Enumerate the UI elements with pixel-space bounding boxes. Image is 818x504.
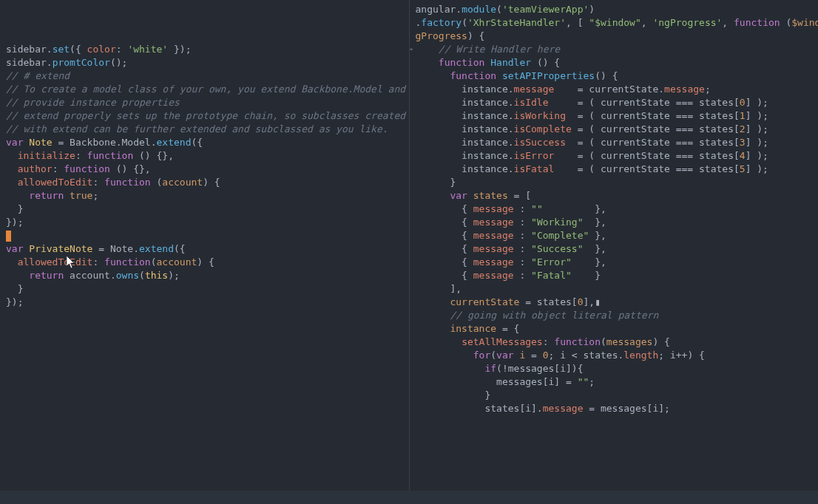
code-line[interactable]: // To create a model class of your own, … xyxy=(6,83,403,96)
token: instance. xyxy=(416,97,514,108)
token xyxy=(416,70,450,81)
token: "" xyxy=(578,376,589,387)
code-line[interactable]: // Write Handler here xyxy=(416,43,813,56)
code-line[interactable]: instance.isIdle = ( currentState === sta… xyxy=(416,96,813,109)
code-line[interactable]: return account.owns(this); xyxy=(6,269,403,282)
code-line[interactable]: instance.isFatal = ( currentState === st… xyxy=(416,163,813,176)
code-line[interactable]: function setAPIProperties() { xyxy=(416,69,813,83)
token: ( xyxy=(601,336,606,347)
code-line[interactable]: ], xyxy=(416,282,813,296)
token: setAPIProperties xyxy=(502,70,595,81)
code-line[interactable]: initialize: function () {}, xyxy=(6,149,403,163)
token: ] ); xyxy=(746,163,768,174)
code-line[interactable]: sidebar.promtColor(); xyxy=(6,56,403,69)
editor-right-pane[interactable]: angular.module('teamViewerApp').factory(… xyxy=(410,0,819,491)
token xyxy=(6,270,29,281)
code-line[interactable]: { message : "" }, xyxy=(416,202,813,216)
token: message xyxy=(514,84,555,95)
token: ] ); xyxy=(746,110,768,121)
code-line[interactable]: } xyxy=(416,389,813,402)
code-line[interactable]: } xyxy=(6,202,403,216)
token: = ( currentState === states[ xyxy=(549,97,740,108)
token xyxy=(416,350,473,361)
code-line[interactable]: states[i].message = messages[i]; xyxy=(416,402,813,415)
token: 'white' xyxy=(127,44,168,55)
code-line[interactable]: // going with object literal pattern xyxy=(416,309,813,322)
token: = ( currentState === states[ xyxy=(554,150,739,161)
code-line[interactable]: messages[i] = ""; xyxy=(416,375,813,389)
code-line[interactable]: instance = { xyxy=(416,322,813,336)
code-line[interactable]: { message : "Fatal" } xyxy=(416,269,813,282)
code-line[interactable]: allowedToEdit: function(account) { xyxy=(6,256,403,269)
token: // provide instance properties xyxy=(6,97,180,108)
code-line[interactable]: instance.isSuccess = ( currentState === … xyxy=(416,136,813,149)
code-line[interactable]: instance.isComplete = ( currentState ===… xyxy=(416,123,813,136)
code-line[interactable]: instance.isError = ( currentState === st… xyxy=(416,149,813,163)
code-line[interactable]: { message : "Success" }, xyxy=(416,242,813,256)
token: : xyxy=(116,44,128,55)
token: instance. xyxy=(416,110,514,121)
token: ); xyxy=(168,270,180,281)
code-line[interactable]: var states = [ xyxy=(416,189,813,202)
code-line[interactable]: return true; xyxy=(6,189,403,202)
token: = ( currentState === states[ xyxy=(554,163,739,174)
code-line[interactable]: .factory('XhrStateHandler', [ "$window",… xyxy=(416,16,813,30)
code-line[interactable]: } xyxy=(6,282,403,296)
token: gProgress xyxy=(416,30,467,41)
token: message xyxy=(473,270,514,281)
token: instance. xyxy=(416,123,514,134)
token: this xyxy=(145,270,168,281)
code-line[interactable]: function Handler () { xyxy=(416,56,813,69)
token: return xyxy=(29,270,64,281)
token: ) xyxy=(589,4,595,15)
token: function xyxy=(450,70,496,81)
code-line[interactable]: { message : "Working" }, xyxy=(416,216,813,229)
code-line[interactable]: instance.message = currentState.message; xyxy=(416,83,813,96)
code-line[interactable]: if(!messages[i]){ xyxy=(416,362,813,375)
code-line[interactable]: } xyxy=(416,176,813,189)
token: // extend properly sets up the prototype… xyxy=(6,110,405,121)
token: }); xyxy=(6,217,23,228)
token: return xyxy=(29,190,64,201)
code-line[interactable]: // with extend can be further extended a… xyxy=(6,123,403,136)
code-line[interactable]: sidebar.set({ color: 'white' }); xyxy=(6,43,403,56)
token: ( xyxy=(139,270,145,281)
token: "Complete" xyxy=(531,230,589,241)
token: ; xyxy=(705,84,711,95)
code-line[interactable]: // # extend xyxy=(6,69,403,83)
code-line[interactable]: }); xyxy=(6,216,403,229)
token: function xyxy=(734,17,780,28)
code-line[interactable]: angular.module('teamViewerApp') xyxy=(416,3,813,16)
code-line[interactable]: var PrivateNote = Note.extend({ xyxy=(6,242,403,256)
token: instance. xyxy=(416,84,514,95)
token: isWorking xyxy=(514,110,566,121)
code-line[interactable]: instance.isWorking = ( currentState === … xyxy=(416,109,813,123)
code-line[interactable]: { message : "Error" }, xyxy=(416,256,813,269)
code-line[interactable]: currentState = states[0],▮ xyxy=(416,296,813,309)
code-line[interactable]: // extend properly sets up the prototype… xyxy=(6,109,403,123)
token: = messages[i]; xyxy=(583,403,669,414)
token xyxy=(416,190,450,201)
token: }, xyxy=(584,217,606,228)
token: instance. xyxy=(416,150,514,161)
code-line[interactable]: // provide instance properties xyxy=(6,96,403,109)
editor-left-pane[interactable]: sidebar.set({ color: 'white' });sidebar.… xyxy=(0,0,410,491)
code-line[interactable] xyxy=(6,229,403,242)
token: color xyxy=(87,44,116,55)
token: 0 xyxy=(543,350,549,361)
token: message xyxy=(543,403,584,414)
code-line[interactable]: var Note = Backbone.Model.extend({ xyxy=(6,136,403,149)
token: var xyxy=(6,137,23,148)
token: messages[i] = xyxy=(416,376,578,387)
code-line[interactable]: allowedToEdit: function (account) { xyxy=(6,176,403,189)
code-line[interactable]: setAllMessages: function(messages) { xyxy=(416,336,813,349)
code-line[interactable]: { message : "Complete" }, xyxy=(416,229,813,242)
code-line[interactable]: }); xyxy=(6,296,403,309)
code-line[interactable]: for(var i = 0; i < states.length; i++) { xyxy=(416,349,813,362)
token: ], xyxy=(416,283,462,294)
code-line[interactable]: gProgress) { xyxy=(416,30,813,43)
token: 1 xyxy=(740,110,746,121)
token: instance xyxy=(450,323,496,334)
code-line[interactable]: author: function () {}, xyxy=(6,163,403,176)
token: } xyxy=(416,389,491,401)
